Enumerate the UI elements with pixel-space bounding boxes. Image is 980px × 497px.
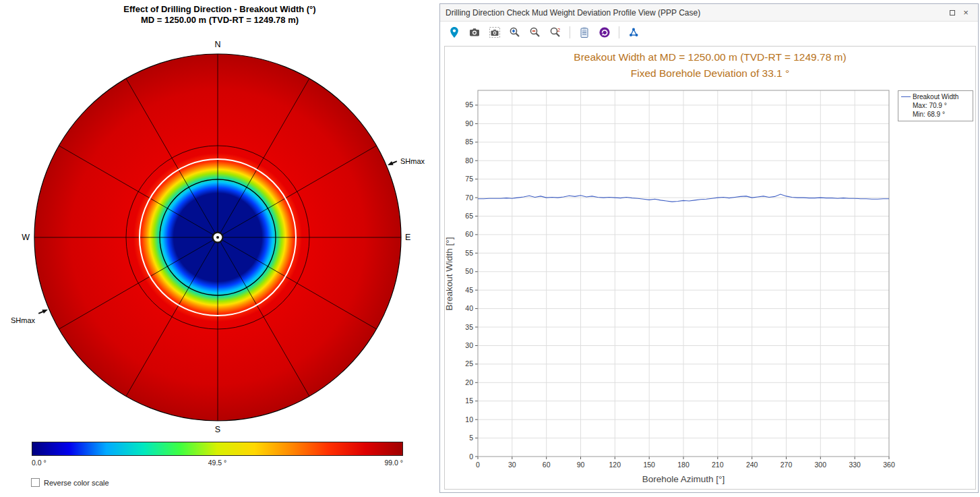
location-pin-icon[interactable]: [447, 25, 462, 40]
plot-axes: 0510152025303540455055606570758085909503…: [465, 90, 895, 469]
toolbar: 2: [440, 22, 978, 43]
svg-text:240: 240: [746, 461, 758, 469]
compass-east: E: [405, 233, 410, 242]
shmax-arrow-sw: [38, 308, 49, 316]
profile-window: Drilling Direction Check Mud Weight Devi…: [439, 3, 979, 493]
polar-title: Effect of Drilling Direction - Breakout …: [0, 4, 439, 26]
legend-series-label: Breakout Width: [913, 92, 958, 101]
svg-text:150: 150: [643, 461, 655, 469]
svg-text:40: 40: [465, 304, 473, 312]
close-button[interactable]: ×: [959, 7, 973, 19]
profile-chart-subtitle: Fixed Borehole Deviation of 33.1 °: [444, 67, 976, 80]
svg-text:0: 0: [476, 461, 480, 469]
reverse-color-scale-row: Reverse color scale: [31, 478, 109, 487]
copy-report-icon[interactable]: [577, 25, 592, 40]
window-title: Drilling Direction Check Mud Weight Devi…: [446, 8, 946, 18]
compass-west: W: [22, 233, 30, 242]
svg-text:300: 300: [815, 461, 827, 469]
svg-text:120: 120: [609, 461, 621, 469]
compass-south: S: [215, 425, 220, 434]
maximize-icon: [950, 10, 955, 16]
colorbar: [32, 442, 403, 456]
toolbar-separator: [619, 26, 619, 38]
svg-text:60: 60: [543, 461, 551, 469]
svg-text:360: 360: [883, 461, 895, 469]
svg-text:30: 30: [465, 341, 473, 349]
compass-north: N: [214, 40, 220, 49]
svg-text:50: 50: [465, 267, 473, 275]
snapshot-all-icon[interactable]: [487, 25, 502, 40]
reverse-color-scale-label: Reverse color scale: [44, 479, 109, 487]
svg-text:70: 70: [465, 194, 473, 202]
svg-text:90: 90: [577, 461, 585, 469]
svg-text:25: 25: [465, 359, 473, 368]
reverse-color-scale-checkbox[interactable]: [31, 478, 40, 487]
zoom-reset-icon[interactable]: 2: [548, 25, 563, 40]
svg-text:5: 5: [469, 434, 473, 442]
shmax-label-ne: SHmax: [400, 157, 425, 165]
toolbar-separator: [570, 26, 570, 38]
svg-text:35: 35: [465, 323, 473, 331]
shmax-arrow-ne: [387, 159, 398, 167]
zoom-in-icon[interactable]: [508, 25, 522, 40]
svg-text:180: 180: [677, 461, 690, 469]
window-titlebar[interactable]: Drilling Direction Check Mud Weight Devi…: [440, 4, 978, 22]
svg-text:270: 270: [780, 461, 793, 469]
polar-title-line1: Effect of Drilling Direction - Breakout …: [0, 4, 439, 15]
colorbar-mid-label: 49.5 °: [32, 459, 403, 467]
shmax-label-sw: SHmax: [11, 316, 36, 324]
refresh-icon[interactable]: [597, 25, 612, 40]
polar-panel: Effect of Drilling Direction - Breakout …: [0, 0, 439, 497]
svg-text:10: 10: [465, 415, 473, 423]
x-axis-title: Borehole Azimuth [°]: [642, 474, 725, 484]
svg-text:90: 90: [465, 119, 473, 127]
legend-max: Max: 70.9 °: [901, 101, 970, 110]
y-axis-title: Breakout Width [°]: [444, 237, 454, 311]
svg-text:65: 65: [465, 212, 473, 220]
svg-text:20: 20: [465, 378, 473, 386]
polar-plot[interactable]: N S E W SHmax SHmax: [0, 28, 439, 441]
chart-settings-icon[interactable]: [626, 25, 641, 40]
maximize-button[interactable]: [946, 7, 959, 19]
profile-chart-title: Breakout Width at MD = 1250.00 m (TVD-RT…: [444, 51, 976, 63]
svg-text:0: 0: [469, 452, 473, 461]
legend-line-sample: [901, 96, 911, 97]
svg-text:60: 60: [465, 230, 473, 238]
svg-text:80: 80: [465, 156, 473, 165]
colorbar-max-label: 99.0 °: [384, 459, 403, 467]
legend-min: Min: 68.9 °: [901, 110, 970, 119]
polar-title-line2: MD = 1250.00 m (TVD-RT = 1249.78 m): [0, 15, 439, 26]
colorbar-labels: 0.0 ° 49.5 ° 99.0 °: [32, 459, 403, 468]
svg-text:75: 75: [465, 175, 473, 183]
plot-grid: [478, 90, 889, 457]
svg-text:15: 15: [465, 397, 473, 405]
svg-text:210: 210: [712, 461, 724, 469]
snapshot-icon[interactable]: [467, 25, 482, 40]
zoom-out-icon[interactable]: [528, 25, 543, 40]
svg-text:330: 330: [849, 461, 861, 469]
profile-plot[interactable]: 0510152025303540455055606570758085909503…: [443, 85, 901, 490]
svg-text:30: 30: [508, 461, 516, 469]
svg-text:55: 55: [465, 249, 473, 257]
svg-text:45: 45: [465, 286, 473, 294]
chart-legend: Breakout Width Max: 70.9 ° Min: 68.9 °: [898, 90, 973, 121]
svg-text:2: 2: [557, 27, 560, 33]
svg-text:95: 95: [465, 100, 473, 109]
svg-text:85: 85: [465, 138, 473, 146]
center-dot: [216, 236, 219, 239]
